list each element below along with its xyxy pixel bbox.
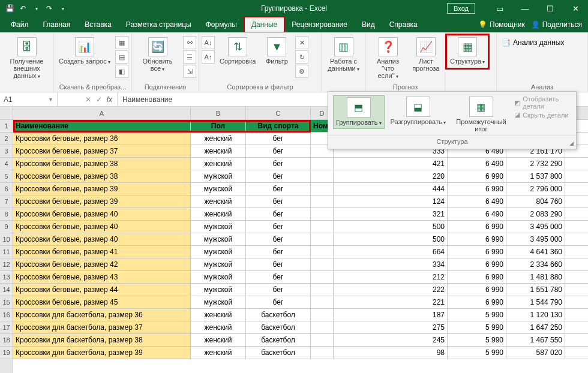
minimize-button[interactable]: — xyxy=(512,0,538,17)
cancel-icon[interactable]: ✕ xyxy=(85,95,91,104)
cell[interactable]: 4 641 360 xyxy=(506,246,565,258)
sort-asc-icon[interactable]: A↓ xyxy=(202,36,215,49)
header-cell[interactable]: Вид спорта xyxy=(246,120,311,132)
cell[interactable] xyxy=(311,321,334,333)
cell[interactable]: 6 990 xyxy=(448,246,506,258)
cell[interactable]: 6 990 xyxy=(448,271,506,283)
cell[interactable] xyxy=(311,258,334,270)
cell[interactable]: Кроссовки беговые, размер 45 xyxy=(13,296,191,308)
cell[interactable]: 334 xyxy=(334,258,448,270)
cell[interactable]: 212 xyxy=(334,271,448,283)
row-header[interactable]: 19 xyxy=(0,347,13,359)
row-header[interactable]: 17 xyxy=(0,321,13,334)
cell[interactable]: Кроссовки беговые, размер 40 xyxy=(13,208,191,220)
tab-layout[interactable]: Разметка страницы xyxy=(119,17,199,32)
cell[interactable]: 2 083 290 xyxy=(506,208,565,220)
row-header[interactable]: 3 xyxy=(0,145,13,158)
cell[interactable]: Кроссовки беговые, размер 36 xyxy=(13,133,191,145)
cell[interactable]: 6 990 xyxy=(448,284,506,296)
cell[interactable]: Кроссовки беговые, размер 40 xyxy=(13,221,191,233)
tab-data[interactable]: Данные xyxy=(244,17,284,32)
cell[interactable]: женский xyxy=(191,321,246,333)
cell[interactable]: 124 xyxy=(334,195,448,207)
cell[interactable]: бег xyxy=(246,296,311,308)
cell[interactable]: 6 990 xyxy=(448,221,506,233)
row-header[interactable]: 12 xyxy=(0,258,13,271)
cell[interactable]: 587 020 xyxy=(506,347,565,359)
cell[interactable]: мужской xyxy=(191,296,246,308)
cell[interactable]: бег xyxy=(246,233,311,245)
connections-icon[interactable]: ⚯ xyxy=(183,36,196,49)
row-header[interactable]: 14 xyxy=(0,284,13,296)
cell[interactable]: баскетбол xyxy=(246,347,311,359)
get-external-data-button[interactable]: 🗄 Получение внешних данных xyxy=(2,36,51,82)
tab-home[interactable]: Главная xyxy=(36,17,78,32)
cell[interactable]: 221 xyxy=(334,296,448,308)
cell[interactable]: баскетбол xyxy=(246,334,311,346)
cell[interactable]: Кроссовки беговые, размер 40 xyxy=(13,233,191,245)
forecast-sheet-button[interactable]: 📈 Лист прогноза xyxy=(410,36,442,73)
cell[interactable] xyxy=(311,208,334,220)
cell[interactable]: женский xyxy=(191,195,246,207)
redo-icon[interactable]: ↷ xyxy=(44,4,54,13)
select-all-corner[interactable] xyxy=(0,107,13,120)
row-header[interactable]: 16 xyxy=(0,309,13,321)
row-header[interactable]: 13 xyxy=(0,271,13,284)
column-header-C[interactable]: C xyxy=(246,107,311,119)
cell[interactable] xyxy=(311,347,334,359)
cell[interactable]: мужской xyxy=(191,233,246,245)
data-analysis-button[interactable]: 📑 Анализ данных xyxy=(499,36,566,49)
cell[interactable]: 6 490 xyxy=(448,208,506,220)
cell[interactable]: 98 xyxy=(334,347,448,359)
cell[interactable]: Кроссовки беговые, размер 44 xyxy=(13,284,191,296)
cell[interactable]: бег xyxy=(246,221,311,233)
cell[interactable]: Кроссовки беговые, размер 41 xyxy=(13,246,191,258)
cell[interactable]: 6 490 xyxy=(448,158,506,170)
row-header[interactable]: 8 xyxy=(0,208,13,221)
tab-help[interactable]: Справка xyxy=(382,17,425,32)
cell[interactable] xyxy=(311,170,334,182)
cell[interactable]: 222 xyxy=(334,284,448,296)
row-header[interactable]: 18 xyxy=(0,334,13,347)
cell[interactable]: баскетбол xyxy=(246,321,311,333)
cell[interactable] xyxy=(311,334,334,346)
cell[interactable] xyxy=(311,246,334,258)
cell[interactable]: Кроссовки беговые, размер 38 xyxy=(13,170,191,182)
undo-icon[interactable]: ↶ xyxy=(18,4,28,13)
enter-icon[interactable]: ✓ xyxy=(96,95,102,104)
cell[interactable]: Кроссовки беговые, размер 39 xyxy=(13,183,191,195)
cell[interactable]: 5 990 xyxy=(448,321,506,333)
cell[interactable]: 275 xyxy=(334,321,448,333)
row-header[interactable]: 6 xyxy=(0,183,13,195)
column-header-B[interactable]: B xyxy=(191,107,246,119)
cell[interactable]: 6 490 xyxy=(448,195,506,207)
tab-formulas[interactable]: Формулы xyxy=(199,17,244,32)
qat-customize-icon[interactable] xyxy=(58,4,67,13)
cell[interactable]: мужской xyxy=(191,284,246,296)
row-header[interactable]: 5 xyxy=(0,170,13,183)
subtotal-button[interactable]: ▦ Промежуточный итог xyxy=(452,95,511,134)
cell[interactable]: 1 544 790 xyxy=(506,296,565,308)
cell[interactable] xyxy=(311,309,334,321)
row-header[interactable]: 9 xyxy=(0,221,13,233)
cell[interactable]: Кроссовки беговые, размер 38 xyxy=(13,158,191,170)
share-button[interactable]: 👤 Поделиться xyxy=(531,20,582,29)
cell[interactable]: Кроссовки беговые, размер 39 xyxy=(13,195,191,207)
cell[interactable]: женский xyxy=(191,208,246,220)
edit-links-icon[interactable]: ⇲ xyxy=(183,65,196,78)
row-header[interactable]: 11 xyxy=(0,246,13,258)
cell[interactable]: 664 xyxy=(334,246,448,258)
cell[interactable]: 500 xyxy=(334,221,448,233)
cell[interactable] xyxy=(311,183,334,195)
cell[interactable]: 2 796 000 xyxy=(506,183,565,195)
row-header[interactable]: 1 xyxy=(0,120,13,133)
cell[interactable]: бег xyxy=(246,195,311,207)
sort-desc-icon[interactable]: A↑ xyxy=(202,50,215,64)
outline-button[interactable]: ▦ Структура xyxy=(448,36,487,67)
cell[interactable]: бег xyxy=(246,271,311,283)
cell[interactable]: 5 990 xyxy=(448,347,506,359)
cell[interactable]: 1 481 880 xyxy=(506,271,565,283)
cell[interactable]: бег xyxy=(246,284,311,296)
cell[interactable]: бег xyxy=(246,183,311,195)
show-queries-icon[interactable]: ▦ xyxy=(115,36,128,49)
